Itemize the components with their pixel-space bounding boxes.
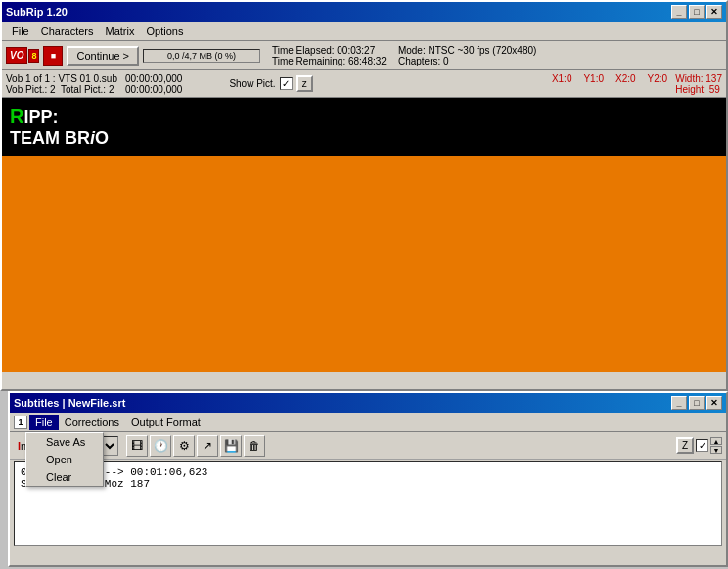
mode-label: Mode: NTSC ~30 fps (720x480) <box>398 45 536 56</box>
right-toolbar: Z ✓ ▲ ▼ <box>676 437 722 454</box>
sub-toolbar: Index: 1 23.976 25 29.97 🎞 🕐 ⚙ ↗ 💾 🗑 Z ✓… <box>10 432 726 460</box>
red-icon: ■ <box>43 46 63 66</box>
vob-icon: VO <box>6 47 27 64</box>
sub-title-buttons: _ □ ✕ <box>671 396 722 410</box>
preview-area: RIPP: TEAM BRiO <box>2 98 726 372</box>
menu-matrix[interactable]: Matrix <box>100 23 141 39</box>
time-remaining-label: Time Remaining: 68:48:32 <box>272 56 387 66</box>
subtitle-content-area: 00:01:06,027 --> 00:01:06,623 Svensk Tex… <box>14 461 722 546</box>
menu-file[interactable]: File <box>6 23 35 39</box>
subtitles-window: Subtitles | NewFile.srt _ □ ✕ 1 File Cor… <box>8 391 728 567</box>
menu-open[interactable]: Open <box>26 451 103 468</box>
icon-trash[interactable]: 🗑 <box>244 435 265 457</box>
spin-down[interactable]: ▼ <box>710 446 722 454</box>
menu-characters[interactable]: Characters <box>35 23 100 39</box>
sub-menu-corrections[interactable]: Corrections <box>59 415 125 430</box>
sub-maximize-button[interactable]: □ <box>689 396 705 410</box>
menu-clear[interactable]: Clear <box>26 468 103 486</box>
icon-clock[interactable]: 🕐 <box>150 435 171 457</box>
vob-info: Vob 1 of 1 : VTS 01 0.sub Vob Pict.: 2 T… <box>6 73 117 95</box>
spin-up[interactable]: ▲ <box>710 437 722 445</box>
x2-coord: X2:0 <box>615 73 636 95</box>
continue-button[interactable]: Continue > <box>67 46 139 66</box>
file-dropdown-menu: Save As Open Clear <box>25 432 104 487</box>
icon-save[interactable]: 💾 <box>220 435 242 457</box>
z-button[interactable]: z <box>296 75 313 92</box>
icon-settings[interactable]: ⚙ <box>173 435 195 457</box>
menu-options[interactable]: Options <box>140 23 189 39</box>
minimize-button[interactable]: _ <box>671 5 687 19</box>
info-bar: Vob 1 of 1 : VTS 01 0.sub Vob Pict.: 2 T… <box>2 70 726 98</box>
main-toolbar: VO 8 ■ Continue > 0,0 /4,7 MB (0 %) Time… <box>2 41 726 70</box>
height-label: Height: 59 <box>675 84 722 95</box>
team-brio: TEAM BR <box>10 128 90 148</box>
y1-coord: Y1:0 <box>583 73 604 95</box>
time-elapsed: Time Elapsed: 00:03:27 Time Remaining: 6… <box>272 45 387 66</box>
subtitle-overlay: RIPP: TEAM BRiO <box>2 98 726 156</box>
sub-close-button[interactable]: ✕ <box>706 396 722 410</box>
mode-info: Mode: NTSC ~30 fps (720x480) Chapters: 0 <box>398 45 536 66</box>
width-label: Width: 137 <box>675 73 722 84</box>
chapters-label: Chapters: 0 <box>398 56 536 66</box>
sub-z-button[interactable]: Z <box>676 437 694 454</box>
progress-text: 0,0 /4,7 MB (0 %) <box>144 50 259 62</box>
number-badge: 1 <box>14 416 27 429</box>
show-pict-area: Show Pict. ✓ z <box>229 75 312 92</box>
time2: 00:00:00,000 <box>125 84 182 95</box>
vts-label: VTS 01 0.sub <box>58 73 117 84</box>
icon-arrow[interactable]: ↗ <box>197 435 218 457</box>
sub-menubar: 1 File Corrections Output Format Save As… <box>10 413 726 432</box>
subtitle-text: Svensk Text: Moz 187 <box>21 478 715 490</box>
vob-label: Vob 1 of 1 : <box>6 73 56 84</box>
ripp-rest: IPP: <box>23 108 58 127</box>
subtitle-line-1: RIPP: <box>10 106 718 128</box>
time-elapsed-label: Time Elapsed: 00:03:27 <box>272 45 387 56</box>
show-pict-checkbox[interactable]: ✓ <box>280 77 293 90</box>
time1: 00:00:00,000 <box>125 73 182 84</box>
icon-filmstrip[interactable]: 🎞 <box>126 435 148 457</box>
sub-window-title: Subtitles | NewFile.srt <box>14 397 125 409</box>
sub-menu-output-format[interactable]: Output Format <box>125 415 206 430</box>
vob-pict-label: Vob Pict.: 2 <box>6 84 56 95</box>
main-title-buttons: _ □ ✕ <box>671 5 722 19</box>
main-window-title: SubRip 1.20 <box>6 6 68 18</box>
subtitle-line-2: TEAM BRiO <box>10 128 718 149</box>
continue-label: Continue > <box>76 50 129 62</box>
sub-minimize-button[interactable]: _ <box>671 396 687 410</box>
sub-checkbox[interactable]: ✓ <box>696 439 708 452</box>
vob-badge: VO 8 <box>6 47 39 64</box>
x1-coord: X1:0 <box>552 73 572 95</box>
brio-o: O <box>95 128 109 148</box>
toolbar-icons: 🎞 🕐 ⚙ ↗ 💾 🗑 <box>126 435 265 457</box>
main-title-bar: SubRip 1.20 _ □ ✕ <box>2 2 726 22</box>
close-button[interactable]: ✕ <box>706 5 722 19</box>
coords-info: X1:0 Y1:0 X2:0 Y2:0 Width: 137 Height: 5… <box>552 73 722 95</box>
total-pict-label: Total Pict.: 2 <box>61 84 114 95</box>
sub-title-bar: Subtitles | NewFile.srt _ □ ✕ <box>10 393 726 413</box>
maximize-button[interactable]: □ <box>689 5 705 19</box>
y2-coord: Y2:0 <box>648 73 668 95</box>
subtitle-timecode: 00:01:06,027 --> 00:01:06,623 <box>21 466 715 478</box>
progress-bar: 0,0 /4,7 MB (0 %) <box>143 49 260 63</box>
menu-save-as[interactable]: Save As <box>26 433 103 451</box>
sub-menu-file[interactable]: File <box>29 415 59 430</box>
spin-buttons: ▲ ▼ <box>710 437 722 454</box>
main-menubar: File Characters Matrix Options <box>2 22 726 41</box>
timecode-info: 00:00:00,000 00:00:00,000 <box>125 73 182 95</box>
main-window: SubRip 1.20 _ □ ✕ File Characters Matrix… <box>0 0 728 391</box>
ripp-r: R <box>10 106 23 127</box>
show-pict-label: Show Pict. <box>229 78 275 89</box>
vob-8: 8 <box>28 49 39 63</box>
orange-area <box>2 156 726 372</box>
